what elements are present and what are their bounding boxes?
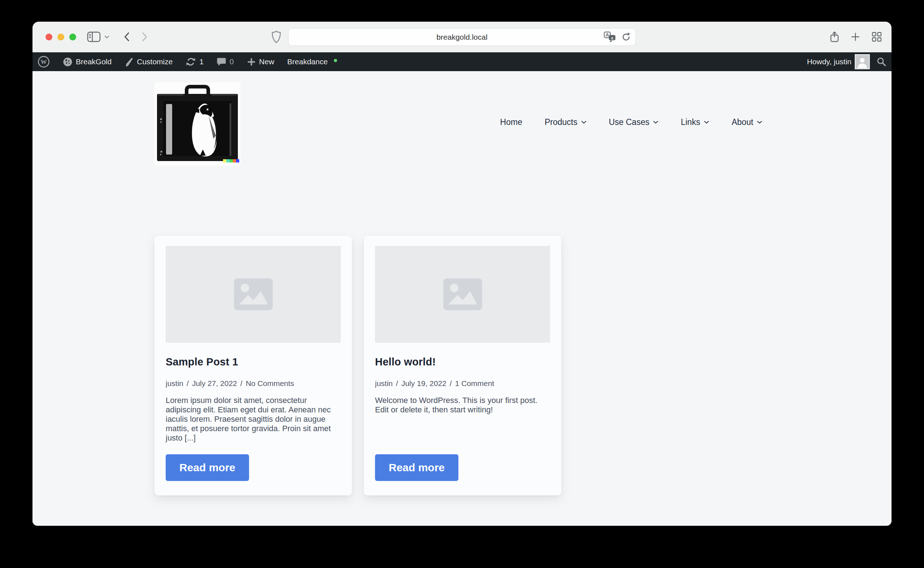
wp-logo-menu[interactable]: W (38, 56, 50, 68)
translate-icon: A a (604, 32, 617, 42)
breakdance-label: Breakdance (287, 57, 328, 66)
post-title-link[interactable]: Hello world! (375, 356, 550, 368)
nav-item-home[interactable]: Home (500, 117, 522, 127)
post-card: Hello world! justin / July 19, 2022 / 1 … (364, 236, 561, 495)
close-button[interactable] (45, 33, 52, 41)
browser-toolbar: breakgold.local A a (33, 22, 891, 52)
avatar (855, 54, 870, 69)
read-more-button[interactable]: Read more (166, 454, 249, 481)
admin-search-button[interactable] (876, 57, 886, 67)
chevron-down-icon (581, 121, 586, 124)
post-excerpt: Lorem ipsum dolor sit amet, consectetur … (166, 396, 341, 443)
breakdance-status-dot (334, 59, 337, 62)
tab-overview-button[interactable] (871, 32, 882, 42)
image-placeholder-icon (234, 278, 273, 310)
updates-icon (185, 57, 196, 67)
nav-item-use-cases[interactable]: Use Cases (609, 117, 658, 127)
nav-label: About (732, 117, 753, 127)
nav-label: Use Cases (609, 117, 649, 127)
chevron-down-icon (653, 121, 658, 124)
customize-menu[interactable]: Customize (125, 57, 173, 67)
post-title-link[interactable]: Sample Post 1 (166, 356, 341, 368)
new-content-menu[interactable]: New (247, 57, 274, 66)
post-meta: justin / July 27, 2022 / No Comments (166, 379, 341, 388)
svg-text:W: W (41, 59, 47, 65)
my-account-menu[interactable]: Howdy, justin (807, 54, 870, 69)
comments-menu[interactable]: 0 (217, 57, 234, 67)
plus-icon (247, 57, 256, 66)
sidebar-menu-button[interactable] (104, 35, 109, 39)
nav-item-links[interactable]: Links (681, 117, 709, 127)
post-author-link[interactable]: justin (166, 379, 183, 388)
search-icon (876, 57, 886, 67)
post-comments-link[interactable]: 1 Comment (455, 379, 494, 388)
desktop: breakgold.local A a (0, 0, 924, 568)
forward-button[interactable] (142, 32, 148, 42)
meta-separator: / (396, 379, 398, 388)
window-controls (45, 33, 76, 41)
site-name-menu[interactable]: BreakGold (63, 57, 112, 67)
nav-label: Links (681, 117, 700, 127)
url-field[interactable]: breakgold.local A a (288, 28, 636, 46)
reload-icon (621, 32, 631, 42)
howdy-label: Howdy, justin (807, 57, 852, 66)
chevron-down-icon (104, 35, 109, 39)
minimize-button[interactable] (57, 33, 64, 41)
posts-grid: Sample Post 1 justin / July 27, 2022 / N… (154, 236, 561, 495)
comments-bubble-icon (217, 57, 226, 67)
wp-admin-bar: W BreakGold (33, 52, 891, 71)
breakdance-menu[interactable]: Breakdance (287, 57, 337, 66)
translate-button[interactable]: A a (604, 32, 617, 42)
meta-separator: / (240, 379, 243, 388)
back-icon (124, 32, 130, 42)
post-meta: justin / July 19, 2022 / 1 Comment (375, 379, 550, 388)
meta-separator: / (187, 379, 189, 388)
new-label: New (259, 57, 274, 66)
customize-label: Customize (137, 57, 173, 66)
privacy-shield-button[interactable] (271, 30, 282, 44)
comments-count: 0 (229, 57, 234, 66)
post-excerpt: Welcome to WordPress. This is your first… (375, 396, 550, 414)
nav-item-products[interactable]: Products (545, 117, 586, 127)
reload-button[interactable] (621, 32, 631, 42)
image-placeholder-icon (443, 278, 482, 310)
safari-window: breakgold.local A a (33, 22, 891, 526)
nav-label: Home (500, 117, 522, 127)
new-tab-icon (850, 32, 861, 42)
site-icon (63, 57, 72, 67)
meta-separator: / (450, 379, 452, 388)
post-thumbnail-link[interactable] (166, 246, 341, 343)
site-logo-link[interactable] (154, 82, 240, 165)
chevron-down-icon (757, 121, 762, 124)
customize-brush-icon (125, 57, 134, 67)
nav-label: Products (545, 117, 577, 127)
post-comments-link[interactable]: No Comments (246, 379, 294, 388)
tab-overview-icon (871, 32, 882, 42)
post-card: Sample Post 1 justin / July 27, 2022 / N… (154, 236, 352, 495)
nav-item-about[interactable]: About (732, 117, 762, 127)
post-thumbnail-link[interactable] (375, 246, 550, 343)
zoom-button[interactable] (69, 33, 76, 41)
site-name-label: BreakGold (76, 57, 112, 66)
url-field-icons: A a (604, 29, 631, 45)
user-silhouette-icon (856, 56, 869, 68)
wp-admin-bar-right: Howdy, justin (807, 54, 886, 69)
forward-icon (142, 32, 148, 42)
new-tab-button[interactable] (850, 32, 861, 42)
updates-menu[interactable]: 1 (185, 57, 203, 67)
share-button[interactable] (829, 31, 840, 43)
post-author-link[interactable]: justin (375, 379, 393, 388)
chevron-down-icon (704, 121, 709, 124)
post-date: July 27, 2022 (192, 379, 237, 388)
post-date: July 19, 2022 (401, 379, 446, 388)
sidebar-button[interactable] (87, 32, 101, 42)
shield-icon (271, 30, 282, 44)
main-navigation: Home Products Use Cases Links About (500, 114, 762, 130)
read-more-button[interactable]: Read more (375, 454, 458, 481)
share-icon (829, 31, 840, 43)
page-content: Home Products Use Cases Links About (33, 71, 891, 526)
wordpress-logo-icon: W (38, 56, 50, 68)
back-button[interactable] (124, 32, 130, 42)
address-bar-area: breakgold.local A a (288, 28, 636, 46)
svg-text:A: A (606, 33, 609, 38)
